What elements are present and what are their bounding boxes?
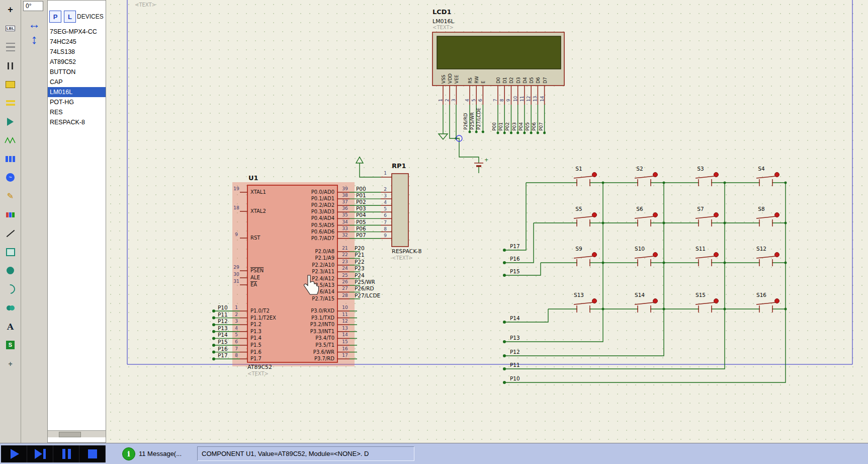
- button-indicator-icon[interactable]: [592, 213, 597, 217]
- mirror-horizontal-button[interactable]: ↔: [26, 17, 42, 31]
- net-label[interactable]: P00: [492, 122, 497, 131]
- net-label[interactable]: P12: [510, 349, 520, 355]
- net-label[interactable]: P23: [355, 265, 365, 271]
- keypad-button[interactable]: S14: [635, 292, 665, 313]
- net-label[interactable]: P10: [218, 304, 228, 311]
- stop-button[interactable]: [79, 445, 106, 462]
- net-label[interactable]: P02: [505, 122, 510, 131]
- net-label[interactable]: P21: [355, 252, 365, 258]
- bus-mode-icon[interactable]: [3, 96, 18, 110]
- keypad-button[interactable]: S16: [756, 292, 787, 313]
- keypad-button[interactable]: S7: [696, 206, 726, 226]
- button-indicator-icon[interactable]: [653, 173, 658, 177]
- button-indicator-icon[interactable]: [775, 213, 779, 217]
- wire-label-mode-icon[interactable]: LBL: [3, 22, 18, 35]
- net-label[interactable]: P10: [510, 375, 520, 381]
- message-count-label[interactable]: 11 Message(...: [139, 450, 182, 457]
- keypad-button[interactable]: S1: [574, 166, 604, 186]
- button-indicator-icon[interactable]: [714, 213, 719, 217]
- net-label[interactable]: P07: [356, 232, 366, 238]
- graphics-box-tool-icon[interactable]: [3, 245, 18, 259]
- keypad-button[interactable]: S6: [635, 206, 665, 226]
- device-list-item[interactable]: POT-HG: [48, 97, 106, 107]
- net-label[interactable]: P01: [356, 192, 366, 198]
- net-label[interactable]: P25/WR: [355, 279, 375, 285]
- pick-devices-button[interactable]: P: [49, 11, 61, 23]
- net-label[interactable]: P03: [512, 122, 517, 131]
- button-indicator-icon[interactable]: [592, 173, 597, 177]
- device-list-item[interactable]: RES: [48, 107, 106, 117]
- keypad-button[interactable]: S15: [696, 292, 726, 313]
- net-label[interactable]: P07: [539, 122, 544, 131]
- button-indicator-icon[interactable]: [653, 213, 658, 217]
- wires-layer[interactable]: [356, 105, 786, 382]
- tape-recorder-mode-icon[interactable]: [3, 152, 18, 166]
- device-list-item[interactable]: BUTTON: [48, 67, 106, 77]
- net-label[interactable]: P17: [218, 352, 228, 358]
- graphics-symbol-tool-icon[interactable]: S: [3, 338, 18, 352]
- device-list-item[interactable]: 74LS138: [48, 47, 106, 57]
- button-indicator-icon[interactable]: [653, 299, 658, 303]
- button-indicator-icon[interactable]: [714, 173, 719, 177]
- net-label[interactable]: P04: [356, 212, 366, 218]
- net-label[interactable]: P14: [510, 315, 520, 321]
- net-label[interactable]: P22: [355, 259, 365, 265]
- terminals-mode-icon[interactable]: [3, 59, 18, 72]
- net-label[interactable]: P04: [518, 122, 524, 131]
- net-label[interactable]: P11: [218, 312, 228, 318]
- net-label[interactable]: P15: [510, 268, 520, 274]
- net-label[interactable]: P26/RD: [355, 285, 374, 291]
- net-label[interactable]: P05: [356, 219, 366, 225]
- net-label[interactable]: P27/LCDE: [476, 108, 481, 130]
- u1-component[interactable]: U1 AT89C52 <TEXT> 19 XTAL1 18 XTAL2 9: [212, 174, 381, 376]
- schematic-canvas[interactable]: <TEXT>: [106, 0, 868, 443]
- text-script-mode-icon[interactable]: [3, 40, 18, 54]
- keypad-button[interactable]: S5: [574, 206, 604, 226]
- keypad-button[interactable]: S9: [574, 246, 604, 266]
- net-label[interactable]: P13: [510, 335, 520, 341]
- graphics-marker-tool-icon[interactable]: +: [3, 357, 18, 370]
- pause-button[interactable]: [53, 445, 79, 462]
- net-label[interactable]: P05: [525, 122, 530, 131]
- keypad-button[interactable]: S12: [756, 246, 787, 266]
- play-button[interactable]: [1, 445, 27, 462]
- instrument-mode-icon[interactable]: ~: [3, 171, 18, 184]
- keypad-button[interactable]: S8: [756, 206, 787, 226]
- keypad-button[interactable]: S2: [635, 166, 665, 186]
- net-label[interactable]: P25/WR: [470, 112, 475, 130]
- component-mode-icon[interactable]: [3, 78, 18, 91]
- button-indicator-icon[interactable]: [775, 253, 779, 257]
- net-label[interactable]: P16: [510, 256, 520, 262]
- net-label[interactable]: P02: [356, 199, 366, 205]
- graphics-arc-tool-icon[interactable]: [3, 282, 18, 296]
- button-indicator-icon[interactable]: [714, 253, 719, 257]
- device-list-scrollbar[interactable]: [48, 430, 106, 437]
- scrollbar-thumb[interactable]: [59, 432, 81, 437]
- info-icon[interactable]: i: [122, 447, 135, 460]
- graphics-circle-tool-icon[interactable]: [3, 264, 18, 277]
- graphics-line-tool-icon[interactable]: [3, 226, 18, 240]
- probe-mode-icon[interactable]: [3, 208, 18, 221]
- lcd-component[interactable]: LCD1 LM016L <TEXT> VSS 1 VDD 2: [432, 8, 564, 134]
- device-list-item[interactable]: 74HC245: [48, 37, 106, 47]
- net-label[interactable]: P13: [218, 325, 228, 331]
- net-label[interactable]: P12: [218, 318, 228, 324]
- keypad-button[interactable]: S10: [635, 246, 665, 266]
- device-list-item[interactable]: RESPACK-8: [48, 117, 106, 127]
- library-button[interactable]: L: [64, 11, 76, 23]
- button-indicator-icon[interactable]: [653, 253, 658, 257]
- keypad-button[interactable]: S4: [756, 166, 787, 186]
- graphics-path-tool-icon[interactable]: [3, 301, 18, 315]
- net-label[interactable]: P06: [356, 225, 366, 231]
- subcircuit-mode-icon[interactable]: [3, 115, 18, 128]
- net-label[interactable]: P26/RD: [463, 113, 468, 130]
- net-label[interactable]: P00: [356, 186, 366, 192]
- button-indicator-icon[interactable]: [592, 253, 597, 257]
- button-indicator-icon[interactable]: [775, 299, 779, 303]
- button-indicator-icon[interactable]: [714, 299, 719, 303]
- step-button[interactable]: [27, 445, 53, 462]
- net-label[interactable]: P14: [218, 332, 228, 338]
- device-list-item[interactable]: CAP: [48, 77, 106, 87]
- net-label[interactable]: P03: [356, 205, 366, 211]
- net-label[interactable]: P06: [532, 122, 537, 131]
